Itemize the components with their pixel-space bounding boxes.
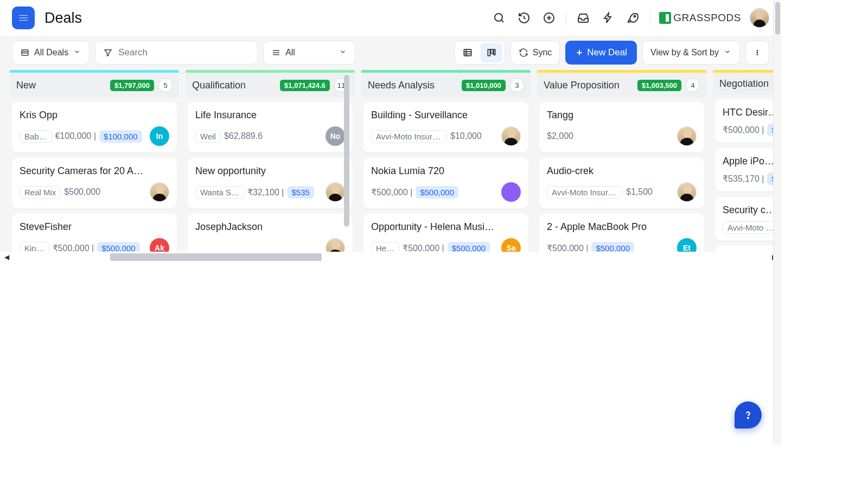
owner-avatar[interactable] xyxy=(326,182,345,202)
deal-amount: $62,889.6 xyxy=(224,131,263,141)
search-field-container[interactable] xyxy=(95,41,258,65)
horizontal-scrollbar[interactable]: ◀ ▶ xyxy=(0,252,781,263)
bolt-icon[interactable] xyxy=(600,10,616,26)
search-icon[interactable] xyxy=(491,10,507,26)
deal-title: SteveFisher xyxy=(20,221,169,233)
vertical-scrollbar[interactable] xyxy=(773,0,781,445)
deal-amount: $2,000 xyxy=(547,131,573,141)
filter-selector[interactable]: All xyxy=(263,41,355,65)
deal-amount: ₹500,000 | xyxy=(53,243,94,252)
deal-card[interactable]: JosephJackson xyxy=(188,214,353,252)
deal-card[interactable]: Apple iPod Touc₹535,170 |$535,1 xyxy=(715,148,781,191)
owner-avatar[interactable] xyxy=(501,182,521,202)
view-selector[interactable]: All Deals xyxy=(12,41,90,65)
rocket-icon[interactable] xyxy=(625,10,641,26)
column-count-badge: 5 xyxy=(158,78,173,92)
scroll-left-arrow[interactable]: ◀ xyxy=(4,253,9,261)
hamburger-menu-button[interactable] xyxy=(12,7,35,29)
deal-account-chip: Wanta S… xyxy=(195,186,244,199)
deal-amount: ₹500,000 | xyxy=(723,125,764,135)
history-icon[interactable] xyxy=(516,10,532,26)
deal-account-chip: Kin… xyxy=(20,242,49,252)
brand-logo[interactable]: GRASSPODS xyxy=(659,12,741,24)
inbox-icon[interactable] xyxy=(575,10,591,26)
deal-amount: ₹32,100 | xyxy=(247,187,284,197)
svg-point-0 xyxy=(495,14,502,21)
column-header[interactable]: Qualification $1,071,424.6 11 xyxy=(186,73,355,98)
deal-title: Security Cameras for 20 A… xyxy=(20,165,169,177)
column-header[interactable]: Needs Analysis $1,010,000 3 xyxy=(361,73,531,98)
sort-selector-label: View by & Sort by xyxy=(650,48,719,57)
deal-amount-badge: $535 xyxy=(288,186,314,199)
deal-title: JosephJackson xyxy=(195,221,345,233)
deal-account-chip: He… xyxy=(371,242,399,252)
svg-rect-7 xyxy=(494,49,495,55)
sync-button[interactable]: Sync xyxy=(510,41,560,65)
column-count-badge: 4 xyxy=(686,78,700,92)
deal-card[interactable]: Building - SurveillanceAvvi-Moto Insura…… xyxy=(363,102,528,152)
add-icon[interactable] xyxy=(541,10,557,26)
deal-card[interactable]: 2 - Apple MacBook Pro₹500,000 |$500,000E… xyxy=(539,214,704,252)
deal-account-chip: Avvi-Moto Insura… xyxy=(371,130,447,143)
column-amount-badge: $1,003,500 xyxy=(637,80,681,91)
more-options-button[interactable] xyxy=(745,41,769,65)
owner-avatar[interactable] xyxy=(326,238,345,252)
deal-card[interactable]: Life InsuranceWeil$62,889.6No xyxy=(188,102,353,152)
owner-avatar[interactable]: Ak xyxy=(150,238,169,252)
scrollbar-thumb[interactable] xyxy=(110,253,322,261)
owner-avatar[interactable] xyxy=(501,126,521,146)
column-body: Kris OppBab…€100,000 |$100,000InSecurity… xyxy=(10,98,179,252)
column-body: Life InsuranceWeil$62,889.6NoNew opportu… xyxy=(186,98,355,252)
deal-title: Audio-crek xyxy=(547,165,697,177)
filter-icon xyxy=(103,48,113,57)
owner-avatar[interactable] xyxy=(150,182,169,202)
deal-card[interactable]: Tangg$2,000 xyxy=(539,102,704,152)
deal-card[interactable]: HTC Desire SV₹500,000 |$500 xyxy=(715,99,781,143)
user-avatar[interactable] xyxy=(750,8,769,28)
deal-card[interactable]: Security camerAvvi-Moto Insur… xyxy=(715,197,781,240)
deal-card[interactable]: Audio-crekAvvi-Moto Insuran…$1,500 xyxy=(539,158,704,208)
deal-card[interactable]: Opportunity - Helena Musi…He…₹500,000 |$… xyxy=(363,214,528,252)
column-body: Tangg$2,000Audio-crekAvvi-Moto Insuran…$… xyxy=(537,98,706,252)
kanban-board[interactable]: New $1,797,000 5 Kris OppBab…€100,000 |$… xyxy=(0,69,781,252)
deal-card[interactable]: SteveFisherKin…₹500,000 |$500,000Ak xyxy=(12,214,177,252)
list-view-button[interactable] xyxy=(457,43,478,62)
deal-card[interactable]: Nokia Lumia 720₹500,000 |$500,000 xyxy=(363,158,528,208)
view-toggle xyxy=(454,41,505,65)
column-amount-badge: $1,071,424.6 xyxy=(280,80,330,91)
column-header[interactable]: Negotiation xyxy=(713,73,781,95)
deal-card[interactable]: Kris OppBab…€100,000 |$100,000In xyxy=(12,102,177,152)
deal-card[interactable]: Conference rooAvvi-Moto Insura xyxy=(715,246,781,252)
column-amount-badge: $1,010,000 xyxy=(462,80,506,91)
deal-amount: $10,000 xyxy=(450,131,482,141)
deal-title: Nokia Lumia 720 xyxy=(371,165,521,177)
svg-point-2 xyxy=(634,16,636,17)
deal-title: HTC Desire SV xyxy=(723,107,779,118)
deal-card[interactable]: Security Cameras for 20 A…Real Mix$500,0… xyxy=(12,158,177,208)
help-bubble-button[interactable] xyxy=(735,401,762,429)
deal-amount: €100,000 | xyxy=(55,131,96,141)
owner-avatar[interactable] xyxy=(677,126,697,146)
new-deal-button-label: New Deal xyxy=(587,47,627,58)
deal-title: Building - Surveillance xyxy=(371,110,521,121)
chevron-down-icon xyxy=(73,47,81,58)
deal-amount-badge: $500,000 xyxy=(591,242,634,252)
scrollbar-thumb[interactable] xyxy=(775,2,780,35)
column-title: Negotiation xyxy=(719,78,781,90)
deal-amount: ₹500,000 | xyxy=(371,187,412,197)
deal-card[interactable]: New opportunityWanta S…₹32,100 |$535 xyxy=(188,158,353,208)
filter-selector-label: All xyxy=(285,48,295,57)
owner-avatar[interactable]: In xyxy=(150,126,169,146)
owner-avatar[interactable]: Et xyxy=(677,238,697,252)
deal-amount-badge: $500,000 xyxy=(416,186,458,199)
owner-avatar[interactable]: No xyxy=(326,126,345,146)
kanban-view-button[interactable] xyxy=(481,43,502,62)
owner-avatar[interactable]: Sa xyxy=(501,238,521,252)
sort-selector[interactable]: View by & Sort by xyxy=(642,41,740,65)
column-scrollbar-thumb[interactable] xyxy=(344,75,349,227)
new-deal-button[interactable]: New Deal xyxy=(565,41,637,65)
owner-avatar[interactable] xyxy=(677,182,697,202)
column-header[interactable]: New $1,797,000 5 xyxy=(10,73,179,98)
search-input[interactable] xyxy=(118,47,250,58)
column-header[interactable]: Value Proposition $1,003,500 4 xyxy=(537,73,706,98)
